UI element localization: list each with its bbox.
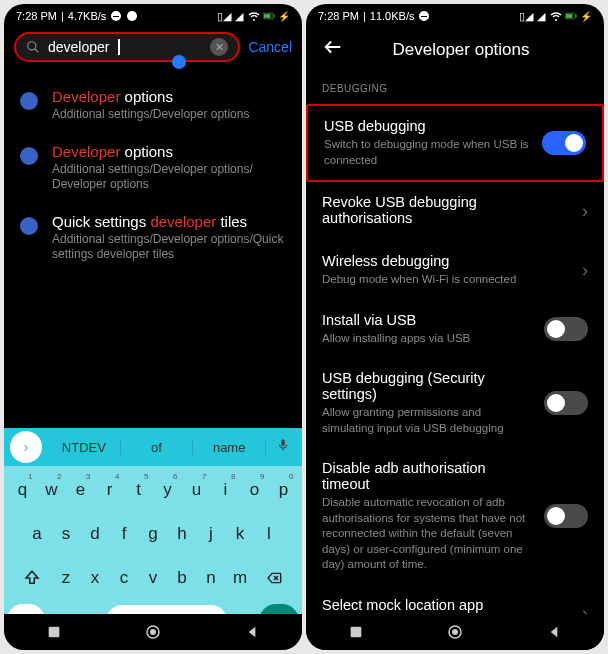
nav-back-button[interactable] [241, 621, 263, 643]
chevron-right-icon: › [582, 201, 588, 222]
setting-item[interactable]: USB debuggingSwitch to debugging mode wh… [306, 104, 604, 182]
back-button[interactable] [322, 36, 344, 63]
setting-item[interactable]: Select mock location appNo mock location… [306, 585, 604, 614]
key-g[interactable]: g [140, 516, 166, 552]
setting-item[interactable]: Revoke USB debugging authorisations› [306, 182, 604, 241]
search-icon [26, 40, 40, 54]
nav-home-button[interactable] [444, 621, 466, 643]
suggestion[interactable]: name [193, 440, 266, 455]
key-w[interactable]: 2w [39, 472, 65, 508]
key-n[interactable]: n [198, 560, 224, 596]
key-i[interactable]: 8i [213, 472, 239, 508]
key-r[interactable]: 4r [97, 472, 123, 508]
setting-title: Select mock location app [322, 597, 570, 613]
svg-rect-9 [48, 627, 59, 638]
key-t[interactable]: 5t [126, 472, 152, 508]
result-item[interactable]: Developer options Additional settings/De… [4, 78, 302, 133]
section-header: DEBUGGING [306, 77, 604, 104]
key-y[interactable]: 6y [155, 472, 181, 508]
whatsapp-icon [126, 10, 138, 22]
key-row-3: zxcvbnm [7, 560, 299, 596]
toggle-switch[interactable] [542, 131, 586, 155]
key-l[interactable]: l [256, 516, 282, 552]
wifi-icon [248, 10, 260, 22]
status-bar: 7:28 PM | 4.7KB/s ▯◢ ◢ ⚡ [4, 4, 302, 26]
status-time: 7:28 PM [318, 10, 359, 22]
signal2-icon: ◢ [233, 10, 245, 22]
svg-line-5 [35, 49, 39, 53]
chevron-right-icon: › [582, 260, 588, 281]
suggestion[interactable]: NTDEV [48, 440, 121, 455]
search-row: developer ✕ Cancel [4, 26, 302, 68]
key-k[interactable]: k [227, 516, 253, 552]
expand-suggestions-button[interactable]: › [10, 431, 42, 463]
chevron-right-icon: › [582, 603, 588, 614]
key-q[interactable]: 1q [10, 472, 36, 508]
result-item[interactable]: Developer options Additional settings/De… [4, 133, 302, 203]
status-time: 7:28 PM [16, 10, 57, 22]
key-u[interactable]: 7u [184, 472, 210, 508]
signal2-icon: ◢ [535, 10, 547, 22]
key-a[interactable]: a [24, 516, 50, 552]
setting-item[interactable]: Install via USBAllow installing apps via… [306, 300, 604, 359]
setting-desc: Switch to debugging mode when USB is con… [324, 137, 530, 168]
key-e[interactable]: 3e [68, 472, 94, 508]
key-d[interactable]: d [82, 516, 108, 552]
backspace-key[interactable] [256, 560, 292, 596]
status-bar: 7:28 PM | 11.0KB/s ▯◢ ◢ ⚡ [306, 4, 604, 26]
svg-rect-13 [566, 14, 572, 18]
keyboard: › NTDEV of name 1q2w3e4r5t6y7u8i9o0p asd… [4, 428, 302, 650]
text-cursor-handle[interactable] [172, 55, 186, 69]
svg-rect-16 [350, 627, 361, 638]
key-row-1: 1q2w3e4r5t6y7u8i9o0p [7, 472, 299, 508]
key-z[interactable]: z [53, 560, 79, 596]
settings-icon [20, 217, 38, 235]
key-v[interactable]: v [140, 560, 166, 596]
nav-recent-button[interactable] [43, 621, 65, 643]
key-x[interactable]: x [82, 560, 108, 596]
svg-point-11 [151, 630, 156, 635]
setting-desc: Allow installing apps via USB [322, 331, 532, 347]
battery-icon [565, 10, 577, 22]
svg-rect-3 [274, 15, 275, 18]
setting-item[interactable]: USB debugging (Security settings)Allow g… [306, 358, 604, 448]
key-s[interactable]: s [53, 516, 79, 552]
settings-icon [20, 92, 38, 110]
key-m[interactable]: m [227, 560, 253, 596]
nav-home-button[interactable] [142, 621, 164, 643]
status-speed: 4.7KB/s [68, 10, 107, 22]
setting-desc: Disable automatic revocation of adb auth… [322, 495, 532, 573]
setting-item[interactable]: Wireless debuggingDebug mode when Wi-Fi … [306, 241, 604, 300]
setting-item[interactable]: Disable adb authorisation timeoutDisable… [306, 448, 604, 585]
search-results: Developer options Additional settings/De… [4, 68, 302, 283]
shift-key[interactable] [14, 560, 50, 596]
key-j[interactable]: j [198, 516, 224, 552]
toggle-switch[interactable] [544, 317, 588, 341]
svg-point-0 [127, 11, 137, 21]
signal-icon: ▯◢ [520, 10, 532, 22]
cancel-button[interactable]: Cancel [248, 39, 292, 55]
nav-back-button[interactable] [543, 621, 565, 643]
toggle-switch[interactable] [544, 504, 588, 528]
key-row-2: asdfghjkl [7, 516, 299, 552]
search-query: developer [48, 39, 110, 55]
nav-recent-button[interactable] [345, 621, 367, 643]
key-p[interactable]: 0p [271, 472, 297, 508]
suggestion[interactable]: of [121, 440, 194, 455]
key-c[interactable]: c [111, 560, 137, 596]
search-input[interactable]: developer ✕ [14, 32, 240, 62]
key-o[interactable]: 9o [242, 472, 268, 508]
result-item[interactable]: Quick settings developer tiles Additiona… [4, 203, 302, 273]
setting-title: Disable adb authorisation timeout [322, 460, 532, 492]
setting-desc: Allow granting permissions and simulatin… [322, 405, 532, 436]
toggle-switch[interactable] [544, 391, 588, 415]
key-b[interactable]: b [169, 560, 195, 596]
clear-search-button[interactable]: ✕ [210, 38, 228, 56]
settings-icon [20, 147, 38, 165]
key-h[interactable]: h [169, 516, 195, 552]
key-f[interactable]: f [111, 516, 137, 552]
mic-icon[interactable] [276, 438, 292, 456]
header: Developer options [306, 26, 604, 77]
status-speed: 11.0KB/s [370, 10, 415, 22]
setting-title: Revoke USB debugging authorisations [322, 194, 570, 226]
